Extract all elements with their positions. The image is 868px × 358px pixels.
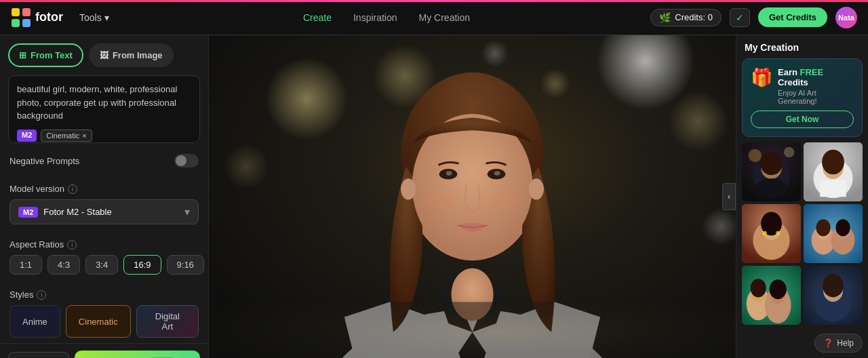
aspect-ratios-label: Aspect Ratios i [9,239,199,250]
tag-cinematic: Cinematic × [41,130,92,142]
left-panel: ⊞ From Text 🖼 From Image beautiful girl,… [0,35,209,358]
bottom-bar: 1 image ▾ Generate 🌿 -1 [0,343,208,358]
main-area: ⊞ From Text 🖼 From Image beautiful girl,… [0,35,868,358]
collapse-panel-button[interactable]: ‹ [722,183,736,210]
model-info-icon[interactable]: i [68,184,77,194]
aspect-buttons: 1:1 4:3 3:4 16:9 9:16 [9,255,199,275]
right-panel: My Creation 🎁 Earn FREE Credits Enjoy AI… [736,35,868,358]
svg-point-36 [784,147,794,157]
credits-badge: 🌿 Credits: 0 [650,9,722,26]
prompt-text[interactable]: beautiful girl, modern, white, professio… [17,83,191,123]
tab-from-image[interactable]: 🖼 From Image [89,43,174,67]
negative-prompts-label: Negative Prompts [9,156,79,166]
model-m2-badge: M2 [18,207,38,218]
top-navigation: fotor Tools ▾ Create Inspiration My Crea… [0,0,868,35]
aspect-ratios-section: Aspect Ratios i 1:1 4:3 3:4 16:9 9:16 [0,235,208,280]
aspect-9-16[interactable]: 9:16 [167,255,204,275]
svg-point-35 [749,149,762,162]
logo[interactable]: fotor [11,7,63,28]
svg-point-24 [494,171,500,176]
svg-point-11 [540,68,570,98]
tag-m2: M2 [17,130,37,142]
svg-rect-29 [209,302,736,358]
thumbnail-1[interactable] [742,142,801,201]
chevron-down-icon: ▾ [104,12,109,23]
generated-image [209,35,736,358]
get-now-button[interactable]: Get Now [751,111,854,128]
logo-text: fotor [35,10,63,24]
question-icon: ❓ [823,338,833,348]
nav-link-create[interactable]: Create [303,12,332,23]
style-anime[interactable]: Anime [9,305,60,338]
svg-point-27 [401,178,416,199]
generate-button[interactable]: Generate 🌿 -1 [75,351,200,358]
earn-subtitle: Enjoy AI Art Generating! [778,89,854,105]
svg-point-60 [751,279,766,297]
center-image-area: ‹ [209,35,736,358]
style-buttons: Anime Cinematic Digital Art [9,305,199,338]
aspect-3-4[interactable]: 3:4 [85,255,118,275]
svg-point-5 [265,58,348,140]
svg-rect-41 [820,180,846,197]
thumbnail-grid [736,142,868,330]
tab-from-text[interactable]: ⊞ From Text [8,43,83,67]
svg-point-23 [446,171,452,176]
svg-rect-2 [12,19,20,27]
svg-point-40 [822,150,844,175]
styles-label: Styles i [9,290,199,300]
tab-buttons: ⊞ From Text 🖼 From Image [0,35,208,73]
aspect-1-1[interactable]: 1:1 [9,255,42,275]
svg-point-54 [835,219,850,236]
thumbnail-4[interactable] [804,204,863,263]
aspect-info-icon[interactable]: i [67,240,77,250]
svg-point-61 [770,279,787,299]
nav-right: 🌿 Credits: 0 ✓ Get Credits Nata [650,7,857,28]
nav-link-my-creation[interactable]: My Creation [419,12,470,23]
thumbnail-3[interactable] [742,204,801,263]
style-cinematic[interactable]: Cinematic [66,305,131,338]
thumbnail-2[interactable] [804,142,863,201]
svg-point-25 [426,191,456,210]
avatar[interactable]: Nata [835,7,857,28]
prompt-tags: M2 Cinematic × [17,130,191,142]
model-select[interactable]: M2 Fotor M2 - Stable ▾ [9,199,199,224]
svg-point-46 [776,231,780,235]
text-icon: ⊞ [19,50,26,60]
nav-links: Create Inspiration My Creation [139,12,635,23]
earn-title: Earn FREE Credits [778,67,854,87]
nav-link-inspiration[interactable]: Inspiration [353,12,397,23]
model-version-label: Model version i [9,184,199,194]
credits-value: Credits: 0 [675,12,713,22]
svg-point-28 [529,178,544,199]
svg-point-47 [763,231,767,235]
svg-rect-0 [12,8,20,16]
negative-prompts-toggle[interactable] [174,154,199,167]
chevron-down-icon: ▾ [184,205,190,218]
svg-point-8 [668,92,728,152]
model-section: Model version i M2 Fotor M2 - Stable ▾ [0,178,208,230]
svg-point-33 [760,152,783,176]
image-count-select[interactable]: 1 image ▾ [8,352,69,359]
thumbnail-5[interactable] [742,266,801,325]
aspect-4-3[interactable]: 4:3 [47,255,80,275]
my-creation-title: My Creation [736,35,868,58]
svg-rect-1 [22,8,31,16]
aspect-16-9[interactable]: 16:9 [123,255,161,275]
tools-button[interactable]: Tools ▾ [79,12,109,23]
negative-prompts-row: Negative Prompts [0,148,208,173]
svg-point-51 [816,219,830,236]
model-name: Fotor M2 - Stable [43,207,111,217]
svg-point-65 [823,274,844,298]
svg-point-12 [481,40,509,67]
styles-info-icon[interactable]: i [37,290,46,300]
prompt-area: beautiful girl, modern, white, professio… [8,75,200,143]
svg-point-34 [755,178,787,198]
help-button[interactable]: ❓ Help [814,334,863,353]
check-button[interactable]: ✓ [730,8,750,27]
styles-section: Styles i Anime Cinematic Digital Art [0,285,208,343]
close-icon[interactable]: × [82,132,86,140]
svg-rect-3 [22,19,31,27]
thumbnail-6[interactable] [804,266,863,325]
get-credits-button[interactable]: Get Credits [758,7,827,27]
style-digital-art[interactable]: Digital Art [136,305,199,338]
